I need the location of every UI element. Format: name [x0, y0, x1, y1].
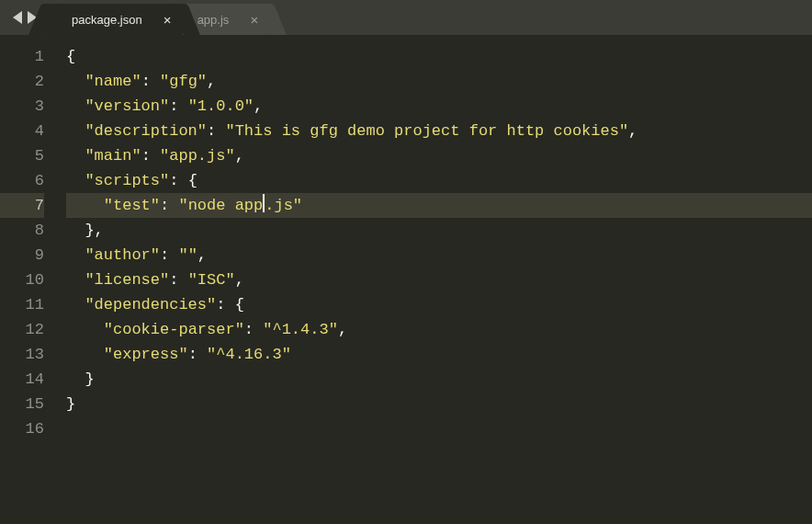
- line-number: 2: [0, 69, 44, 94]
- line-number: 1: [0, 44, 44, 69]
- line-number: 14: [0, 367, 44, 392]
- code-token: ,: [628, 122, 637, 140]
- code-line[interactable]: "main": "app.js",: [66, 143, 812, 168]
- code-line[interactable]: {: [66, 44, 812, 69]
- code-token: ,: [235, 271, 244, 289]
- code-token: :: [216, 296, 234, 313]
- code-line[interactable]: "name": "gfg",: [66, 69, 812, 94]
- code-token: "description": [85, 122, 207, 140]
- code-token: ,: [254, 97, 263, 115]
- line-number: 7: [0, 193, 44, 218]
- line-number: 16: [0, 416, 44, 441]
- code-token: :: [169, 172, 187, 189]
- code-token: "This is gfg demo project for http cooki…: [225, 122, 628, 140]
- nav-back-icon[interactable]: [13, 11, 22, 24]
- code-token: ,: [235, 147, 244, 165]
- code-line[interactable]: "cookie-parser": "^1.4.3",: [66, 317, 812, 342]
- line-number: 6: [0, 168, 44, 193]
- code-token: "app.js": [160, 147, 235, 165]
- code-token: :: [169, 97, 187, 115]
- code-line[interactable]: "version": "1.0.0",: [66, 94, 812, 119]
- code-token: }: [66, 395, 75, 413]
- close-icon[interactable]: ×: [164, 13, 172, 27]
- line-number: 11: [0, 292, 44, 317]
- code-token: "^4.16.3": [207, 346, 291, 363]
- code-token: :: [244, 321, 263, 338]
- code-token: "gfg": [160, 73, 207, 90]
- code-token: :: [141, 73, 160, 90]
- code-line[interactable]: },: [66, 218, 812, 243]
- code-token: {: [235, 296, 244, 313]
- code-token: "cookie-parser": [104, 321, 244, 338]
- code-token: {: [188, 172, 197, 189]
- code-token: .js": [265, 197, 302, 214]
- code-token: :: [141, 147, 160, 165]
- line-number: 15: [0, 392, 44, 416]
- close-icon[interactable]: ×: [251, 13, 259, 27]
- line-gutter: 12345678910111213141516: [0, 35, 57, 524]
- code-token: ,: [197, 246, 207, 264]
- code-token: ,: [338, 321, 347, 338]
- line-number: 12: [0, 317, 44, 342]
- code-line[interactable]: "license": "ISC",: [66, 268, 812, 292]
- code-token: "test": [104, 197, 160, 214]
- line-number: 3: [0, 94, 44, 119]
- code-line[interactable]: "test": "node app.js": [66, 193, 812, 218]
- code-token: "name": [85, 73, 141, 90]
- code-token: "ISC": [188, 271, 235, 289]
- code-token: "author": [85, 246, 160, 264]
- code-line[interactable]: [66, 416, 812, 441]
- editor: 12345678910111213141516 { "name": "gfg",…: [0, 35, 812, 524]
- code-area[interactable]: { "name": "gfg", "version": "1.0.0", "de…: [57, 35, 812, 524]
- code-token: },: [85, 222, 103, 239]
- tab-bar: package.json × app.js ×: [46, 0, 258, 35]
- code-token: "1.0.0": [188, 97, 254, 115]
- code-token: :: [160, 197, 178, 214]
- code-token: "dependencies": [85, 296, 216, 313]
- code-token: :: [160, 246, 178, 264]
- line-number: 4: [0, 119, 44, 143]
- code-token: ,: [207, 73, 216, 90]
- line-number: 8: [0, 218, 44, 243]
- code-token: "express": [104, 346, 188, 363]
- code-token: "scripts": [85, 172, 169, 189]
- tab-package-json[interactable]: package.json ×: [46, 4, 183, 35]
- code-line[interactable]: "description": "This is gfg demo project…: [66, 119, 812, 143]
- code-line[interactable]: "express": "^4.16.3": [66, 342, 812, 367]
- tab-label: package.json: [72, 13, 142, 27]
- code-token: :: [188, 346, 207, 363]
- code-token: "license": [85, 271, 169, 289]
- code-token: "node app: [178, 197, 263, 214]
- code-line[interactable]: "author": "",: [66, 243, 812, 268]
- code-line[interactable]: "dependencies": {: [66, 292, 812, 317]
- tab-label: app.js: [197, 13, 230, 27]
- code-line[interactable]: }: [66, 367, 812, 392]
- code-line[interactable]: "scripts": {: [66, 168, 812, 193]
- code-token: }: [85, 370, 94, 388]
- code-line[interactable]: }: [66, 392, 812, 416]
- code-token: "main": [85, 147, 141, 165]
- code-token: :: [169, 271, 187, 289]
- code-token: {: [66, 48, 75, 65]
- title-bar: package.json × app.js ×: [0, 0, 812, 35]
- code-token: "^1.4.3": [263, 321, 338, 338]
- line-number: 10: [0, 268, 44, 292]
- line-number: 13: [0, 342, 44, 367]
- code-token: "version": [85, 97, 169, 115]
- code-token: "": [178, 246, 197, 264]
- code-token: :: [207, 122, 225, 140]
- line-number: 9: [0, 243, 44, 268]
- line-number: 5: [0, 143, 44, 168]
